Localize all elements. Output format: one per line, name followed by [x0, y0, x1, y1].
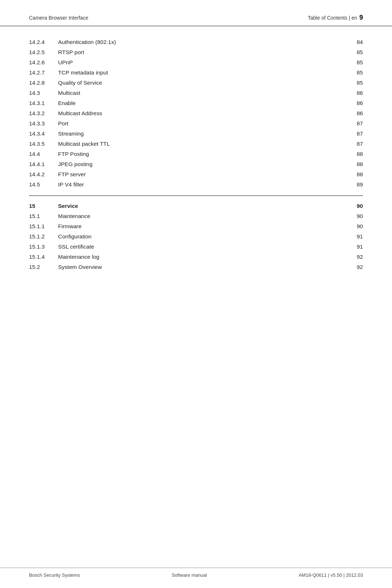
toc-table-2: 15 Service 90 15.1 Maintenance 90 15.1.1…	[29, 201, 363, 272]
toc-label: Authentication (802.1x)	[58, 37, 341, 47]
toc-num: 14.2.8	[29, 78, 58, 88]
toc-page: 87	[341, 129, 363, 139]
toc-page: 85	[341, 47, 363, 57]
footer-right: AM18-Q0611 | v5.50 | 2012.03	[299, 572, 363, 578]
list-item: 14.2.7 TCP metadata input 85	[29, 68, 363, 78]
header-section: Table of Contents | en	[308, 15, 357, 21]
toc-label: Multicast Address	[58, 108, 341, 118]
toc-page: 86	[341, 108, 363, 118]
toc-num: 14.4.2	[29, 169, 58, 180]
toc-num: 14.4.1	[29, 159, 58, 169]
toc-label: Streaming	[58, 129, 341, 139]
toc-label: Enable	[58, 98, 341, 108]
toc-num: 14.3	[29, 88, 58, 98]
toc-label: Firmware	[58, 221, 341, 231]
toc-page: 85	[341, 68, 363, 78]
toc-label: UPnP	[58, 57, 341, 68]
toc-label: Quality of Service	[58, 78, 341, 88]
toc-page: 89	[341, 180, 363, 190]
list-item: 14.2.5 RTSP port 85	[29, 47, 363, 57]
list-item: 14.2.4 Authentication (802.1x) 84	[29, 37, 363, 47]
page-header: Camera Browser Interface Table of Conten…	[0, 0, 392, 26]
toc-label: Service	[58, 201, 341, 211]
list-item: 14.3.1 Enable 86	[29, 98, 363, 108]
toc-page: 90	[341, 201, 363, 211]
list-item: 15 Service 90	[29, 201, 363, 211]
toc-page: 87	[341, 139, 363, 149]
list-item: 14.3.2 Multicast Address 86	[29, 108, 363, 118]
list-item: 15.1 Maintenance 90	[29, 211, 363, 221]
toc-num: 14.3.3	[29, 118, 58, 129]
list-item: 14.3.4 Streaming 87	[29, 129, 363, 139]
toc-label: Multicast	[58, 88, 341, 98]
toc-page: 85	[341, 78, 363, 88]
footer-left: Bosch Security Systems	[29, 572, 80, 578]
toc-table-1: 14.2.4 Authentication (802.1x) 84 14.2.5…	[29, 37, 363, 190]
toc-num: 14.3.1	[29, 98, 58, 108]
list-item: 15.1.4 Maintenance log 92	[29, 252, 363, 262]
toc-label: JPEG posting	[58, 159, 341, 169]
toc-page: 91	[341, 231, 363, 242]
page: Camera Browser Interface Table of Conten…	[0, 0, 392, 588]
toc-label: FTP Posting	[58, 149, 341, 159]
toc-num: 14.5	[29, 180, 58, 190]
toc-num: 14.3.5	[29, 139, 58, 149]
list-item: 14.4 FTP Posting 88	[29, 149, 363, 159]
toc-num: 14.2.4	[29, 37, 58, 47]
toc-label: Multicast packet TTL	[58, 139, 341, 149]
toc-page: 87	[341, 118, 363, 129]
list-item: 15.1.1 Firmware 90	[29, 221, 363, 231]
toc-page: 92	[341, 262, 363, 272]
toc-label: SSL certificate	[58, 242, 341, 252]
toc-page: 90	[341, 211, 363, 221]
toc-label: TCP metadata input	[58, 68, 341, 78]
toc-num: 15.1.1	[29, 221, 58, 231]
toc-label: Maintenance log	[58, 252, 341, 262]
toc-label: System Overview	[58, 262, 341, 272]
toc-label: Port	[58, 118, 341, 129]
page-footer: Bosch Security Systems Software manual A…	[0, 568, 392, 588]
list-item: 14.3.3 Port 87	[29, 118, 363, 129]
toc-page: 84	[341, 37, 363, 47]
list-item: 14.4.2 FTP server 88	[29, 169, 363, 180]
list-item: 14.5 IP V4 filter 89	[29, 180, 363, 190]
section-divider	[29, 196, 363, 196]
list-item: 14.2.8 Quality of Service 85	[29, 78, 363, 88]
toc-num: 15.1.2	[29, 231, 58, 242]
toc-num: 14.3.2	[29, 108, 58, 118]
toc-label: FTP server	[58, 169, 341, 180]
toc-page: 92	[341, 252, 363, 262]
list-item: 14.4.1 JPEG posting 88	[29, 159, 363, 169]
toc-num: 15.1.3	[29, 242, 58, 252]
toc-page: 85	[341, 57, 363, 68]
list-item: 14.2.6 UPnP 85	[29, 57, 363, 68]
toc-label: Configuration	[58, 231, 341, 242]
toc-page: 86	[341, 88, 363, 98]
toc-num: 15	[29, 201, 58, 211]
toc-page: 88	[341, 159, 363, 169]
list-item: 15.2 System Overview 92	[29, 262, 363, 272]
toc-num: 15.1	[29, 211, 58, 221]
toc-num: 15.1.4	[29, 252, 58, 262]
toc-num: 14.4	[29, 149, 58, 159]
toc-label: IP V4 filter	[58, 180, 341, 190]
toc-num: 14.2.6	[29, 57, 58, 68]
toc-page: 88	[341, 149, 363, 159]
list-item: 14.3 Multicast 86	[29, 88, 363, 98]
list-item: 15.1.2 Configuration 91	[29, 231, 363, 242]
toc-label: RTSP port	[58, 47, 341, 57]
list-item: 14.3.5 Multicast packet TTL 87	[29, 139, 363, 149]
toc-page: 91	[341, 242, 363, 252]
toc-num: 14.2.5	[29, 47, 58, 57]
header-title: Camera Browser Interface	[29, 15, 88, 21]
footer-center: Software manual	[172, 572, 207, 578]
toc-page: 86	[341, 98, 363, 108]
toc-page: 88	[341, 169, 363, 180]
toc-content: 14.2.4 Authentication (802.1x) 84 14.2.5…	[0, 26, 392, 301]
list-item: 15.1.3 SSL certificate 91	[29, 242, 363, 252]
toc-num: 14.2.7	[29, 68, 58, 78]
toc-num: 15.2	[29, 262, 58, 272]
toc-num: 14.3.4	[29, 129, 58, 139]
toc-label: Maintenance	[58, 211, 341, 221]
header-page-number: 9	[359, 14, 363, 21]
